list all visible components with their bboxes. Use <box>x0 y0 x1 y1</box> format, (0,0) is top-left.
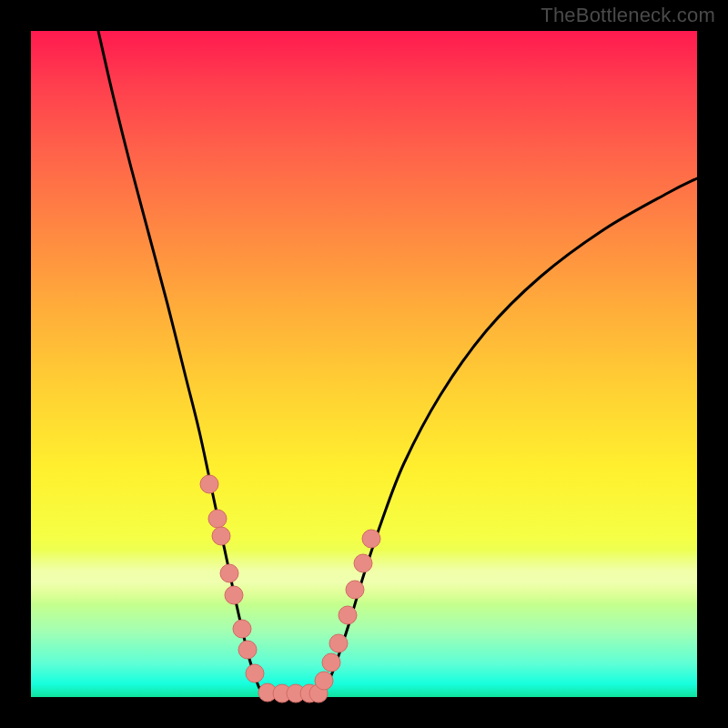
curve-marker <box>225 586 243 604</box>
curve-marker <box>212 527 230 545</box>
watermark-text: TheBottleneck.com <box>541 4 715 27</box>
outer-frame: TheBottleneck.com <box>0 0 728 728</box>
curve-marker <box>238 641 257 659</box>
curve-marker <box>220 564 238 582</box>
plot-area <box>31 31 697 697</box>
chart-svg <box>31 31 697 697</box>
curve-marker <box>362 530 380 548</box>
curve-marker <box>315 672 333 690</box>
curve-marker <box>246 664 264 682</box>
curve-marker <box>322 653 340 672</box>
curve-marker <box>208 510 227 528</box>
bottleneck-curve <box>98 31 697 697</box>
curve-marker <box>329 634 348 652</box>
curve-marker <box>346 581 364 599</box>
curve-marker <box>200 475 218 493</box>
curve-marker <box>339 606 357 624</box>
markers-right <box>300 530 380 703</box>
curve-marker <box>354 554 372 572</box>
curve-marker <box>233 620 251 638</box>
